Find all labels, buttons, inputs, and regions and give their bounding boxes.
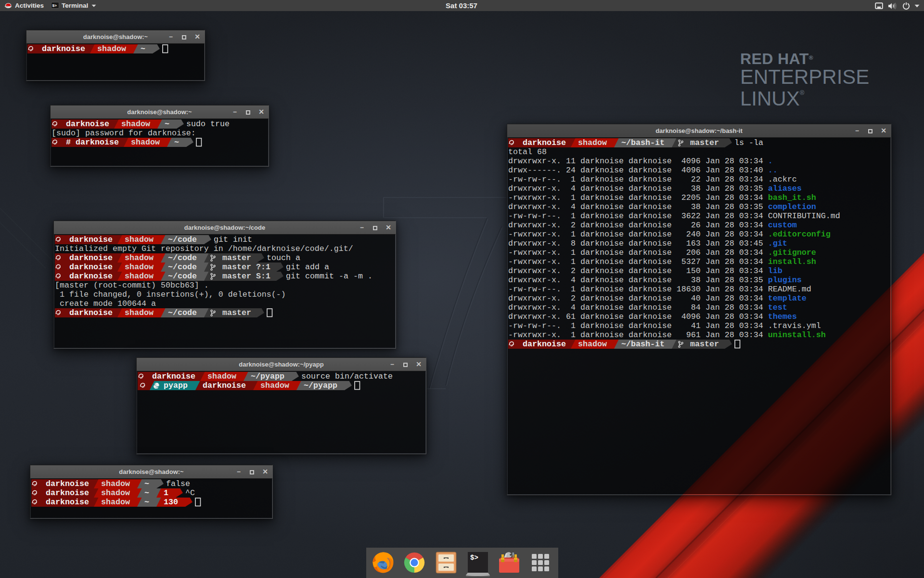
svg-text:ls -la: ls -la xyxy=(734,138,763,147)
svg-text:darknoise: darknoise xyxy=(69,235,113,244)
svg-text:1: 1 xyxy=(164,488,168,498)
svg-text:master S:1: master S:1 xyxy=(222,272,270,281)
svg-text:master: master xyxy=(690,340,719,349)
svg-text:darknoise: darknoise xyxy=(46,488,89,498)
svg-text:shadow: shadow xyxy=(260,381,289,390)
svg-text:shadow: shadow xyxy=(131,138,160,147)
svg-text:shadow: shadow xyxy=(101,498,130,507)
svg-text:git commit -a -m .: git commit -a -m . xyxy=(286,272,372,281)
svg-text:~: ~ xyxy=(144,479,149,488)
svg-text:master ?:1: master ?:1 xyxy=(222,263,270,272)
svg-text:darknoise: darknoise xyxy=(523,340,566,349)
svg-text:darknoise: darknoise xyxy=(69,308,113,317)
svg-text:shadow: shadow xyxy=(101,488,130,498)
svg-text:source bin/activate: source bin/activate xyxy=(301,372,393,381)
svg-text:shadow: shadow xyxy=(207,372,236,381)
svg-text:130: 130 xyxy=(164,498,178,507)
svg-text:~: ~ xyxy=(165,119,169,129)
svg-text:~/code: ~/code xyxy=(168,308,197,317)
svg-text:~/pyapp: ~/pyapp xyxy=(251,372,284,381)
svg-text:master: master xyxy=(222,253,251,263)
svg-text:darknoise: darknoise xyxy=(523,138,566,147)
svg-text:shadow: shadow xyxy=(121,119,150,129)
svg-text:git add a: git add a xyxy=(286,263,329,272)
svg-text:^C: ^C xyxy=(185,488,195,498)
svg-text:sudo true: sudo true xyxy=(186,119,230,129)
svg-text:darknoise: darknoise xyxy=(152,372,195,381)
svg-text:shadow: shadow xyxy=(101,479,130,488)
svg-text:master: master xyxy=(690,138,719,147)
svg-text:$>: $> xyxy=(470,554,478,562)
svg-text:shadow: shadow xyxy=(578,340,607,349)
svg-text:darknoise: darknoise xyxy=(46,498,89,507)
svg-text:# darknoise: # darknoise xyxy=(66,138,119,147)
svg-text:touch a: touch a xyxy=(267,253,300,263)
svg-text:$>: $> xyxy=(52,3,57,8)
svg-text:~: ~ xyxy=(174,138,179,147)
svg-text:darknoise: darknoise xyxy=(69,263,113,272)
svg-text:darknoise: darknoise xyxy=(69,272,113,281)
svg-text:shadow: shadow xyxy=(125,263,154,272)
svg-text:~: ~ xyxy=(144,498,149,507)
svg-text:darknoise: darknoise xyxy=(66,119,109,129)
svg-text:shadow: shadow xyxy=(125,253,154,263)
svg-text:darknoise: darknoise xyxy=(69,253,113,263)
svg-text:~/code: ~/code xyxy=(168,263,197,272)
svg-text:shadow: shadow xyxy=(125,235,154,244)
svg-text:shadow: shadow xyxy=(97,44,126,53)
svg-text:darknoise: darknoise xyxy=(46,479,89,488)
svg-text:master: master xyxy=(222,308,251,317)
svg-text:~/bash-it: ~/bash-it xyxy=(621,340,665,349)
svg-text:~/code: ~/code xyxy=(168,253,197,263)
svg-text:~/code: ~/code xyxy=(168,272,197,281)
svg-text:shadow: shadow xyxy=(125,272,154,281)
svg-text:darknoise: darknoise xyxy=(203,381,246,390)
svg-text:darknoise: darknoise xyxy=(42,44,85,53)
svg-text:~/bash-it: ~/bash-it xyxy=(621,138,665,147)
svg-text:git init: git init xyxy=(214,235,252,244)
svg-text:false: false xyxy=(166,479,190,488)
svg-text:~/code: ~/code xyxy=(168,235,197,244)
svg-text:~/pyapp: ~/pyapp xyxy=(304,381,337,390)
svg-text:~: ~ xyxy=(141,44,145,53)
svg-text:pyapp: pyapp xyxy=(164,381,188,390)
svg-text:shadow: shadow xyxy=(578,138,607,147)
svg-text:shadow: shadow xyxy=(125,308,154,317)
svg-text:~: ~ xyxy=(144,488,149,498)
